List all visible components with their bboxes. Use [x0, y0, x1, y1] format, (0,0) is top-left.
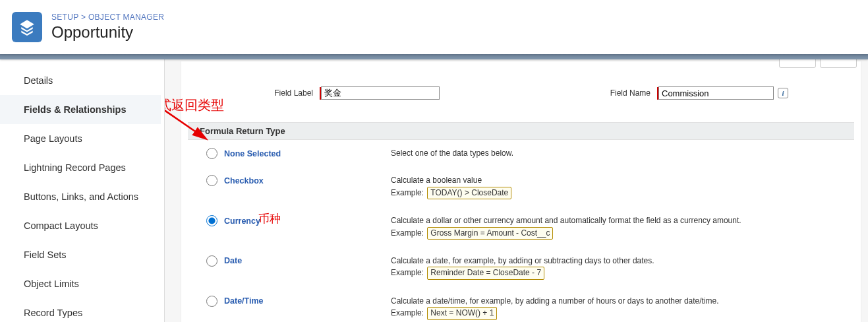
field-name-input[interactable] — [658, 86, 774, 100]
main-content[interactable]: Field Label Field Name i Formula Return … — [165, 59, 868, 322]
field-name-label: Field Name — [578, 88, 657, 98]
sidebar-item-lightning-record-pages[interactable]: Lightning Record Pages — [0, 153, 161, 182]
example-code: TODAY() > CloseDate — [427, 187, 511, 199]
return-type-description: Calculate a date/time, for example, by a… — [391, 296, 854, 320]
sidebar-item-page-layouts[interactable]: Page Layouts — [0, 124, 161, 153]
info-icon[interactable]: i — [778, 88, 788, 98]
return-type-option-row: Date/TimeCalculate a date/time, for exam… — [188, 288, 854, 322]
wizard-nav-buttons — [779, 59, 857, 68]
return-type-description: Calculate a date, for example, by adding… — [391, 255, 854, 280]
field-label-label: Field Label — [188, 88, 320, 98]
return-type-description: Calculate a dollar or other currency amo… — [391, 215, 854, 240]
example-code: Reminder Date = CloseDate - 7 — [427, 267, 544, 279]
return-type-radio[interactable] — [206, 148, 217, 159]
return-type-label[interactable]: Date/Time — [224, 296, 264, 306]
sidebar-item-fields-relationships[interactable]: Fields & Relationships — [0, 95, 161, 124]
setup-header: SETUP > OBJECT MANAGER Opportunity — [0, 0, 868, 54]
return-type-radio[interactable] — [206, 255, 217, 267]
return-type-radio[interactable] — [206, 296, 217, 307]
sidebar-item-details[interactable]: Details — [0, 66, 161, 95]
sidebar-item-record-types[interactable]: Record Types — [0, 298, 161, 322]
header-divider — [0, 54, 868, 59]
page-title: Opportunity — [51, 22, 164, 42]
return-type-radio[interactable] — [206, 175, 217, 186]
section-header-formula-return-type: Formula Return Type — [188, 122, 854, 140]
return-type-label[interactable]: Date — [224, 256, 242, 265]
return-type-radio[interactable] — [206, 215, 217, 226]
example-code: Gross Margin = Amount - Cost__c — [427, 227, 553, 240]
example-code: Next = NOW() + 1 — [427, 307, 497, 319]
return-type-description: Calculate a boolean valueExample: TODAY(… — [391, 175, 854, 199]
object-manager-icon — [12, 12, 42, 42]
breadcrumb-setup[interactable]: SETUP — [51, 13, 78, 22]
wizard-button-2[interactable] — [820, 59, 857, 68]
return-type-label[interactable]: Currency — [224, 216, 260, 226]
sidebar-item-buttons-links-actions[interactable]: Buttons, Links, and Actions — [0, 182, 161, 211]
sidebar[interactable]: Details Fields & Relationships Page Layo… — [0, 59, 161, 322]
return-type-option-row: DateCalculate a date, for example, by ad… — [188, 248, 854, 288]
return-type-option-row: None SelectedSelect one of the data type… — [188, 140, 854, 167]
return-type-label[interactable]: None Selected — [224, 149, 281, 158]
return-type-description: Select one of the data types below. — [391, 148, 854, 159]
sidebar-item-field-sets[interactable]: Field Sets — [0, 240, 161, 269]
return-type-label[interactable]: Checkbox — [224, 176, 264, 185]
breadcrumb: SETUP > OBJECT MANAGER — [51, 13, 164, 22]
return-type-option-row: CheckboxCalculate a boolean valueExample… — [188, 167, 854, 207]
sidebar-item-object-limits[interactable]: Object Limits — [0, 269, 161, 298]
sidebar-item-compact-layouts[interactable]: Compact Layouts — [0, 211, 161, 240]
return-type-option-row: CurrencyCalculate a dollar or other curr… — [188, 207, 854, 248]
layers-icon — [18, 18, 36, 36]
breadcrumb-object-manager[interactable]: OBJECT MANAGER — [88, 13, 164, 22]
field-label-input[interactable] — [321, 86, 440, 100]
wizard-button-1[interactable] — [779, 59, 816, 68]
